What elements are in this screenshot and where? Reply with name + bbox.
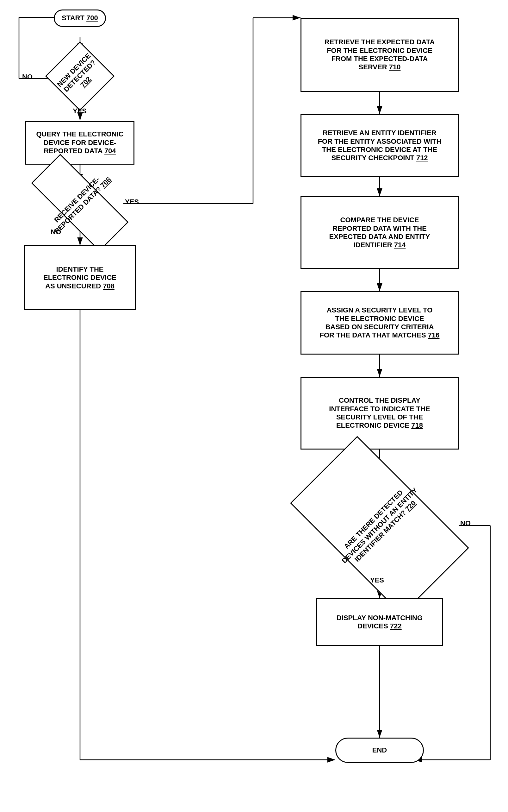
node-712: RETRIEVE AN ENTITY IDENTIFIERFOR THE ENT… [300,114,459,177]
node-704: QUERY THE ELECTRONICDEVICE FOR DEVICE-RE… [25,121,134,165]
node-702-text: NEW DEVICEDETECTED? 702 [45,41,115,111]
node-720-container: ARE THERE DETECTEDDEVICES WITHOUT AN ENT… [300,478,459,573]
flowchart-diagram: START 700 NEW DEVICEDETECTED? 702 QUERY … [0,0,508,812]
end-node: END [335,738,424,763]
node-716: ASSIGN A SECURITY LEVEL TOTHE ELECTRONIC… [300,291,459,355]
start-node: START 700 [54,9,106,27]
node-706-container: RECEIVE DEVICE-REPORTED DATA? 706 [32,182,128,223]
label-no-702: NO [22,73,33,81]
node-722: DISPLAY NON-MATCHINGDEVICES 722 [316,598,443,646]
node-710: RETRIEVE THE EXPECTED DATAFOR THE ELECTR… [300,18,459,92]
start-label: START 700 [62,14,98,22]
label-yes-706: YES [125,198,139,206]
node-702-container: NEW DEVICEDETECTED? 702 [55,51,104,101]
start-id: 700 [86,14,98,22]
node-720-text: ARE THERE DETECTEDDEVICES WITHOUT AN ENT… [290,436,469,615]
label-yes-702: YES [73,107,87,115]
label-yes-720: YES [370,576,384,584]
label-no-706: NO [51,228,61,236]
label-no-720: NO [460,519,471,528]
end-label: END [372,746,387,755]
node-718: CONTROL THE DISPLAYINTERFACE TO INDICATE… [300,377,459,450]
node-708: IDENTIFY THEELECTRONIC DEVICEAS UNSECURE… [24,245,136,310]
node-714: COMPARE THE DEVICEREPORTED DATA WITH THE… [300,196,459,269]
